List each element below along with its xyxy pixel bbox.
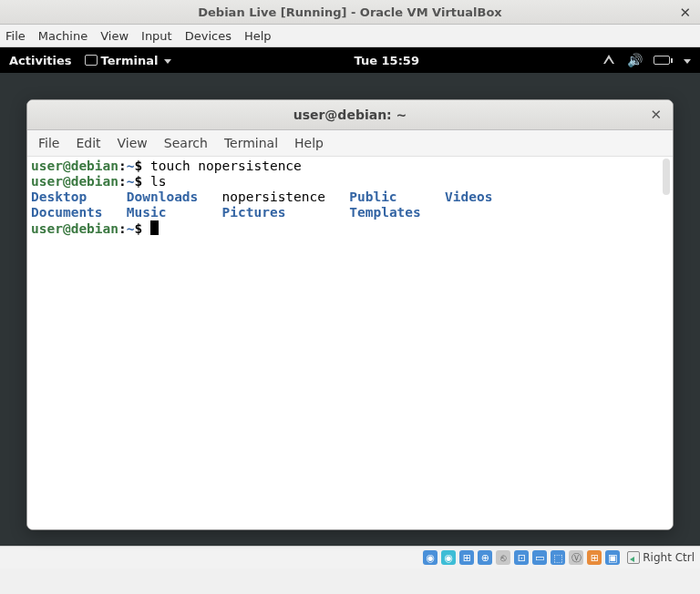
vbox-shared-icon[interactable]: ⊡ (514, 550, 529, 565)
terminal-scrollbar-thumb[interactable] (663, 159, 670, 195)
vbox-menu-machine[interactable]: Machine (38, 29, 88, 43)
terminal-body[interactable]: user@debian:~$ touch nopersistence user@… (27, 157, 673, 529)
clock[interactable]: Tue 15:59 (355, 54, 419, 67)
volume-icon[interactable]: 🔊 (627, 53, 643, 67)
system-menu-chevron-icon[interactable] (681, 54, 691, 67)
battery-icon[interactable] (654, 56, 670, 65)
vbox-display-icon[interactable]: ▭ (532, 550, 547, 565)
vbox-close-button[interactable]: ✕ (679, 5, 691, 21)
terminal-menu-view[interactable]: View (118, 136, 148, 150)
vbox-vrde-icon[interactable]: Ⓥ (569, 550, 583, 565)
vbox-titlebar: Debian Live [Running] - Oracle VM Virtua… (0, 0, 700, 25)
terminal-menu-search[interactable]: Search (164, 136, 208, 150)
vbox-statusbar: ◉ ◉ ⊞ ⊕ ⎋ ⊡ ▭ ⬚ Ⓥ ⊞ ▣ Right Ctrl (0, 546, 700, 568)
host-key-label: Right Ctrl (643, 551, 695, 564)
vbox-host-key[interactable]: Right Ctrl (627, 551, 695, 564)
vbox-menu-file[interactable]: File (5, 29, 26, 43)
vbox-window-title: Debian Live [Running] - Oracle VM Virtua… (198, 5, 502, 19)
terminal-window: user@debian: ~ ✕ File Edit View Search T… (26, 99, 674, 530)
vbox-hdd-icon[interactable]: ◉ (423, 550, 438, 565)
terminal-menu-terminal[interactable]: Terminal (224, 136, 278, 150)
terminal-window-title: user@debian: ~ (293, 108, 407, 122)
terminal-menu-edit[interactable]: Edit (76, 136, 100, 150)
vbox-menubar: File Machine View Input Devices Help (0, 25, 700, 47)
gnome-topbar: Activities Terminal Tue 15:59 🔊 (0, 47, 700, 73)
network-icon[interactable] (602, 53, 616, 68)
vbox-menu-devices[interactable]: Devices (185, 29, 232, 43)
app-menu-label: Terminal (101, 54, 159, 67)
app-menu[interactable]: Terminal (85, 54, 172, 67)
host-key-icon (627, 551, 640, 564)
vbox-cpu-icon[interactable]: ▣ (605, 550, 620, 565)
activities-button[interactable]: Activities (9, 54, 72, 67)
terminal-menu-help[interactable]: Help (294, 136, 324, 150)
chevron-down-icon (161, 54, 171, 67)
terminal-menubar: File Edit View Search Terminal Help (27, 130, 673, 157)
vbox-menu-view[interactable]: View (100, 29, 129, 43)
terminal-menu-file[interactable]: File (38, 136, 59, 150)
vbox-usb-icon[interactable]: ⎋ (496, 550, 510, 565)
vbox-menu-input[interactable]: Input (141, 29, 172, 43)
vbox-video-icon[interactable]: ⬚ (551, 550, 565, 565)
vbox-audio-icon[interactable]: ⊞ (459, 550, 474, 565)
vbox-record-icon[interactable]: ⊞ (587, 550, 602, 565)
terminal-close-button[interactable]: ✕ (650, 107, 662, 123)
vbox-optical-icon[interactable]: ◉ (441, 550, 456, 565)
terminal-scrollbar[interactable] (661, 157, 672, 529)
vbox-menu-help[interactable]: Help (244, 29, 272, 43)
terminal-titlebar[interactable]: user@debian: ~ ✕ (27, 100, 673, 130)
terminal-icon (85, 55, 98, 66)
vbox-network-icon[interactable]: ⊕ (478, 550, 492, 565)
guest-desktop: user@debian: ~ ✕ File Edit View Search T… (0, 73, 700, 546)
